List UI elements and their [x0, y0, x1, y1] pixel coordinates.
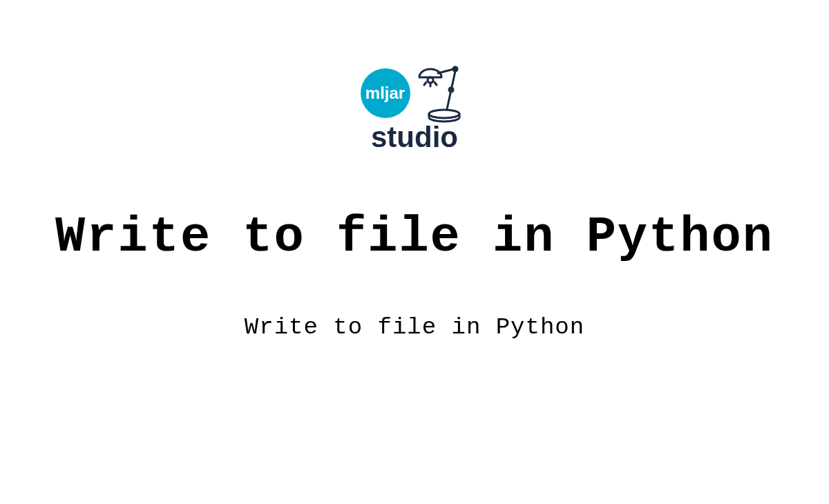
svg-line-4	[438, 69, 454, 73]
svg-line-2	[424, 82, 426, 85]
svg-point-8	[429, 110, 459, 118]
logo-top-row: mljar	[361, 62, 469, 124]
logo-circle: mljar	[361, 68, 410, 118]
desk-lamp-icon	[414, 62, 469, 124]
page-title: Write to file in Python	[55, 209, 774, 266]
logo-circle-text: mljar	[365, 84, 405, 103]
logo-studio-text: studio	[371, 121, 458, 154]
page-subtitle: Write to file in Python	[245, 314, 584, 340]
logo-container: mljar studio	[361, 62, 469, 154]
svg-line-3	[435, 82, 437, 85]
